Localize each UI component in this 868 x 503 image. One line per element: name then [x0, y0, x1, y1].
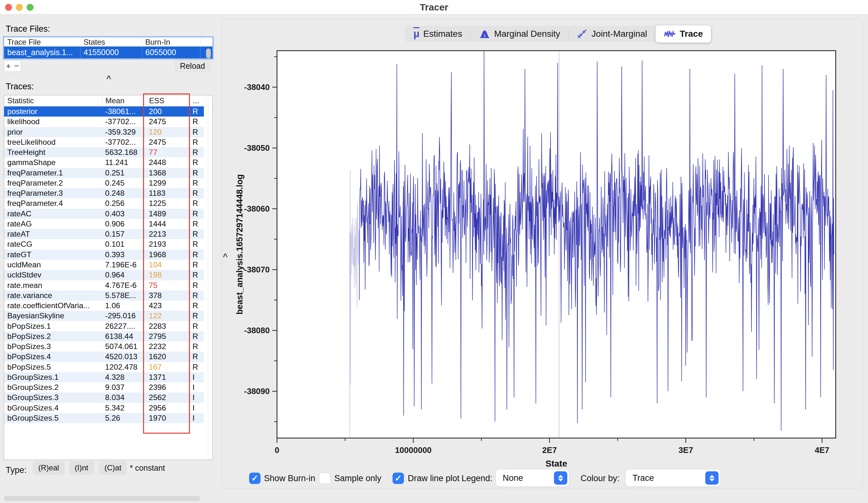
column-header-trace-file[interactable]: Trace File [4, 37, 80, 46]
cell-mean: 26227.... [102, 321, 146, 331]
table-row[interactable]: freqParameter.40.2561225R [4, 198, 204, 209]
table-row[interactable]: rate.variance5.578E...378R [4, 291, 204, 301]
table-row[interactable]: rateAC0.4031489R [4, 209, 204, 219]
show-burnin-checkbox[interactable]: ✓ [249, 473, 260, 484]
add-trace-file-button[interactable]: + [4, 60, 13, 72]
table-row[interactable]: prior-359.329120R [4, 127, 204, 137]
column-header-states[interactable]: States [80, 37, 142, 46]
table-row[interactable]: bGroupSizes.38.0342562I [4, 392, 204, 403]
x-axis-title: State [546, 459, 567, 469]
cell-mean: -295.016 [102, 311, 146, 321]
cell-mean: -37702... [102, 117, 146, 127]
colour-by-label: Colour by: [581, 473, 620, 484]
table-row[interactable]: likelihood-37702...2475R [4, 117, 204, 127]
cell-ess: 2795 [146, 331, 189, 341]
cell-ess: 200 [146, 107, 189, 117]
table-row[interactable]: TreeHeight5632.16877R [4, 147, 204, 158]
table-row[interactable]: bPopSizes.35074.0612232R [4, 341, 204, 352]
cell-ess: 2396 [146, 382, 189, 392]
cell-type: R [189, 127, 204, 137]
cell-ess: 167 [146, 362, 189, 372]
cell-type: I [189, 372, 204, 382]
table-row[interactable]: bPopSizes.26138.442795R [4, 331, 204, 341]
table-row[interactable]: rateAT0.1572213R [4, 229, 204, 239]
table-row[interactable]: ucldStdev0.964198R [4, 270, 204, 280]
table-row[interactable]: bPopSizes.126227....2283R [4, 321, 204, 331]
draw-line-plot-checkbox[interactable]: ✓ [393, 473, 404, 484]
dropdown-chevrons-icon [554, 471, 567, 485]
table-row[interactable]: bGroupSizes.14.3281371I [4, 372, 204, 382]
cell-type: I [189, 403, 204, 413]
table-row[interactable]: gammaShape11.2412448R [4, 158, 204, 168]
cell-statistic: likelihood [4, 117, 102, 127]
trace-plot[interactable]: -38040-38050-38060-38070-38080-380900100… [221, 19, 864, 489]
constant-note: * constant [130, 461, 165, 475]
table-row[interactable]: treeLikelihood-37702...2475R [4, 137, 204, 147]
cell-type: R [189, 168, 204, 178]
cell-statistic: freqParameter.1 [4, 168, 102, 178]
cell-statistic: bPopSizes.3 [4, 341, 102, 352]
minimize-window-icon[interactable] [16, 4, 23, 11]
cell-mean: -37702... [102, 137, 146, 147]
type-real-badge: (R)eal [33, 461, 64, 475]
table-row[interactable]: rateCG0.1012193R [4, 239, 204, 249]
table-row[interactable]: posterior-38061...200R [4, 107, 204, 117]
cell-mean: 7.196E-6 [102, 260, 146, 270]
table-row[interactable]: bGroupSizes.29.0372396I [4, 382, 204, 392]
cell-statistic: bGroupSizes.1 [4, 372, 102, 382]
cell-statistic: freqParameter.3 [4, 188, 102, 198]
colour-by-dropdown[interactable]: Trace [626, 470, 721, 486]
legend-label: Legend: [462, 473, 493, 484]
sample-only-label: Sample only [334, 473, 381, 484]
cell-ess: 1968 [146, 250, 189, 260]
y-axis-title: beast_analysis.1657297144448.log [235, 174, 244, 314]
type-int-badge: (I)nt [69, 461, 94, 475]
cell-statistic: posterior [4, 107, 102, 117]
sample-only-checkbox[interactable] [319, 473, 330, 484]
column-header-type[interactable]: ... [189, 95, 204, 106]
table-row[interactable]: rateAG0.9061444R [4, 219, 204, 229]
reload-button[interactable]: Reload [175, 60, 210, 72]
cell-statistic: bPopSizes.1 [4, 321, 102, 331]
table-row[interactable]: bGroupSizes.55.261970I [4, 413, 204, 423]
window-title: Tracer [0, 0, 868, 14]
table-row[interactable]: rate.coefficientOfVaria...1.06423R [4, 301, 204, 311]
table-row[interactable]: bGroupSizes.45.3422956I [4, 403, 204, 413]
table-row[interactable]: freqParameter.20.2451299R [4, 178, 204, 188]
legend-dropdown[interactable]: None [496, 470, 569, 486]
traces-scrollbar-track[interactable] [208, 95, 208, 460]
column-header-ess[interactable]: ESS [146, 95, 189, 106]
table-row[interactable]: freqParameter.10.2511368R [4, 168, 204, 178]
table-row[interactable]: ucldMean7.196E-6104R [4, 260, 204, 270]
table-row[interactable]: bPopSizes.51202.478167R [4, 362, 204, 372]
horizontal-scrollbar[interactable] [4, 496, 200, 501]
cell-statistic: bPopSizes.5 [4, 362, 102, 372]
svg-text:2E7: 2E7 [542, 445, 557, 455]
trace-files-scrollbar[interactable] [206, 49, 211, 58]
cell-statistic: prior [4, 127, 102, 137]
cell-statistic: rateAT [4, 229, 102, 239]
table-row[interactable]: rateGT0.3931968R [4, 250, 204, 260]
cell-mean: 5074.061 [102, 341, 146, 352]
cell-ess: 122 [146, 311, 189, 321]
column-header-mean[interactable]: Mean [102, 95, 146, 106]
cell-ess: 1299 [146, 178, 189, 188]
table-row[interactable]: rate.mean4.767E-675R [4, 280, 204, 291]
table-row[interactable]: bPopSizes.44520.0131620R [4, 352, 204, 362]
trace-file-row[interactable]: beast_analysis.1... 41550000 6055000 [4, 47, 213, 58]
column-header-burnin[interactable]: Burn-In [142, 37, 200, 46]
cell-mean: 0.256 [102, 198, 146, 209]
close-window-icon[interactable] [5, 4, 12, 11]
column-header-statistic[interactable]: Statistic [4, 95, 102, 106]
svg-text:10000000: 10000000 [395, 445, 432, 455]
cell-type: I [189, 392, 204, 403]
table-row[interactable]: BayesianSkyline-295.016122R [4, 311, 204, 321]
cell-type: R [189, 260, 204, 270]
cell-mean: 8.034 [102, 392, 146, 403]
collapse-pane-handle-icon[interactable]: ^ [106, 76, 111, 82]
cell-type: R [189, 137, 204, 147]
maximize-window-icon[interactable] [27, 4, 33, 11]
table-row[interactable]: freqParameter.30.2481183R [4, 188, 204, 198]
cell-statistic: bGroupSizes.5 [4, 413, 102, 423]
remove-trace-file-button[interactable]: − [12, 60, 21, 72]
